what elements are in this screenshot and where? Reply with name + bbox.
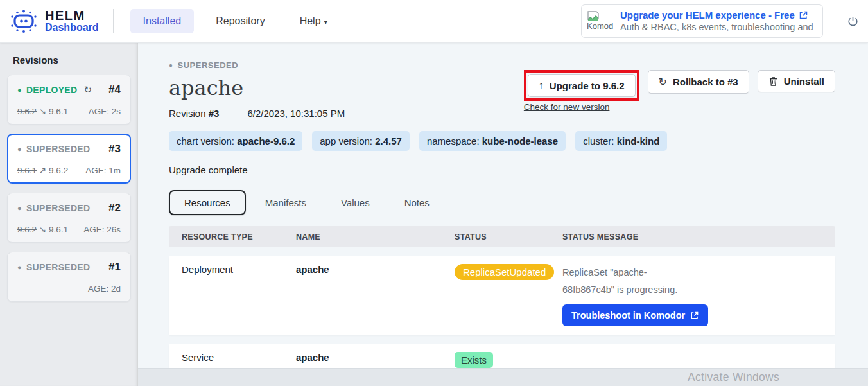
revision-versions: 9.6.1↗ 9.6.2 — [17, 165, 68, 175]
revision-status-label: SUPERSEDED — [26, 144, 90, 154]
resource-message-cell: ReplicaSet "apache-68fb867c4b" is progre… — [550, 264, 835, 326]
revision-meta: Revision #3 6/2/2023, 10:31:05 PM — [169, 108, 345, 119]
upgrade-action-group: ↑Upgrade to 9.6.2 Check for new version — [524, 70, 639, 112]
tab-manifests[interactable]: Manifests — [250, 190, 322, 215]
status-dot-icon: ● — [169, 62, 173, 69]
revision-card-1[interactable]: ●SUPERSEDED #1 AGE: 2d — [7, 252, 131, 302]
chip-label: namespace: — [427, 136, 482, 146]
revisions-title: Revisions — [13, 55, 131, 66]
chip-value: apache-9.6.2 — [237, 136, 295, 146]
revision-age: AGE: 2s — [89, 107, 121, 116]
rollback-button[interactable]: ↻Rollback to #3 — [648, 70, 749, 94]
revision-status: ●SUPERSEDED — [17, 144, 90, 154]
resources-table: RESOURCE TYPE NAME STATUS STATUS MESSAGE… — [169, 226, 835, 377]
trash-icon — [768, 76, 778, 87]
release-title: apache — [169, 76, 345, 100]
komodor-image-alt-text: Komod — [587, 22, 613, 31]
chip-value: kind-kind — [617, 136, 660, 146]
revision-word: Revision — [169, 108, 209, 119]
tab-resources[interactable]: Resources — [169, 190, 246, 215]
chevron-down-icon: ▾ — [324, 18, 328, 26]
revision-status-label: SUPERSEDED — [26, 203, 90, 213]
banner-subtitle: Auth & RBAC, k8s events, troubleshooting… — [620, 21, 816, 33]
annotation-highlight-box: ↑Upgrade to 9.6.2 — [524, 70, 639, 101]
release-status-label: SUPERSEDED — [178, 60, 239, 70]
release-header-left: ●SUPERSEDED apache Revision #3 6/2/2023,… — [169, 60, 345, 119]
nav-tab-help[interactable]: Help▾ — [287, 9, 340, 33]
status-dot-icon: ● — [17, 86, 22, 94]
check-new-version-link[interactable]: Check for new version — [524, 102, 639, 112]
detail-tabs: Resources Manifests Values Notes — [169, 190, 835, 215]
release-detail-panel: ●SUPERSEDED apache Revision #3 6/2/2023,… — [138, 43, 868, 386]
status-dot-icon: ● — [17, 145, 22, 153]
komodor-promo-banner[interactable]: Komod Upgrade your HELM experience - Fre… — [581, 4, 823, 38]
troubleshoot-label: Troubleshoot in Komodor — [571, 310, 685, 320]
revision-number: #2 — [108, 202, 121, 215]
col-header-resource-type: RESOURCE TYPE — [169, 232, 283, 241]
revision-versions: 9.6.2↘ 9.6.1 — [17, 224, 68, 234]
chip-label: cluster: — [583, 136, 617, 146]
upgrade-button[interactable]: ↑Upgrade to 9.6.2 — [528, 74, 636, 97]
revision-card-2[interactable]: ●SUPERSEDED #2 9.6.2↘ 9.6.1 AGE: 26s — [7, 193, 131, 243]
old-version: 9.6.2 — [17, 107, 37, 116]
revision-number: #3 — [209, 108, 220, 119]
helm-dashboard-logo[interactable]: HELM Dashboard — [9, 8, 99, 34]
nav-tab-repository[interactable]: Repository — [203, 9, 277, 33]
helm-logo-icon — [9, 8, 39, 34]
bottom-strip: Activate Windows — [138, 368, 868, 386]
external-link-icon — [799, 10, 808, 20]
version-arrow-icon: ↘ — [39, 225, 46, 234]
resource-type-cell: Service — [169, 352, 283, 363]
uninstall-button-label: Uninstall — [784, 76, 824, 87]
troubleshoot-komodor-button[interactable]: Troubleshoot in Komodor — [562, 304, 708, 326]
banner-text: Upgrade your HELM experience - Free Auth… — [620, 9, 816, 33]
revision-status-label: DEPLOYED — [26, 85, 77, 95]
tab-notes[interactable]: Notes — [389, 190, 445, 215]
release-header: ●SUPERSEDED apache Revision #3 6/2/2023,… — [169, 60, 835, 119]
resource-name-cell: apache — [283, 264, 442, 275]
external-link-icon — [690, 311, 699, 320]
revision-status: ●DEPLOYED↻ — [17, 84, 92, 96]
version-arrow-icon: ↘ — [39, 107, 46, 116]
revision-age: AGE: 1m — [85, 166, 121, 175]
revision-status-label: SUPERSEDED — [26, 262, 90, 272]
power-divider — [835, 8, 835, 34]
chip-value: kube-node-lease — [482, 136, 558, 146]
revision-card-4[interactable]: ●DEPLOYED↻ #4 9.6.2↘ 9.6.1 AGE: 2s — [7, 75, 131, 125]
cluster-chip: cluster: kind-kind — [575, 131, 667, 151]
reload-icon: ↻ — [83, 84, 92, 96]
upgrade-button-label: Upgrade to 9.6.2 — [550, 80, 625, 91]
old-version: 9.6.2 — [17, 225, 37, 234]
status-message-text: ReplicaSet "apache-68fb867c4b" is progre… — [562, 264, 699, 299]
logo-dashboard-label: Dashboard — [45, 22, 99, 33]
revision-status: ●SUPERSEDED — [17, 262, 90, 272]
resource-status-cell: ReplicaSetUpdated — [442, 264, 550, 280]
status-dot-icon: ● — [17, 263, 22, 271]
revision-card-3-selected[interactable]: ●SUPERSEDED #3 9.6.1↗ 9.6.2 AGE: 1m — [7, 134, 131, 184]
rollback-icon: ↻ — [659, 76, 667, 88]
nav-tab-installed[interactable]: Installed — [130, 9, 195, 33]
resource-name-cell: apache — [283, 352, 442, 363]
revision-number: #1 — [108, 261, 121, 274]
chip-value: 2.4.57 — [375, 136, 402, 146]
new-version: 9.6.2 — [49, 166, 68, 175]
revision-age: AGE: 26s — [83, 225, 121, 234]
komodor-broken-image: Komod — [587, 11, 615, 31]
logo-text: HELM Dashboard — [45, 9, 99, 33]
old-version: 9.6.1 — [17, 166, 37, 175]
top-bar: HELM Dashboard Installed Repository Help… — [0, 0, 868, 43]
revisions-sidebar: Revisions ●DEPLOYED↻ #4 9.6.2↘ 9.6.1 AGE… — [0, 43, 138, 386]
resource-status-cell: Exists — [442, 352, 550, 368]
status-badge: ReplicaSetUpdated — [455, 264, 554, 280]
logo-helm-label: HELM — [45, 9, 99, 22]
table-row-deployment: Deployment apache ReplicaSetUpdated Repl… — [169, 256, 835, 335]
revision-status: ●SUPERSEDED — [17, 203, 90, 213]
uninstall-button[interactable]: Uninstall — [758, 70, 835, 92]
banner-title-text: Upgrade your HELM experience - Free — [620, 9, 795, 22]
chip-label: chart version: — [177, 136, 237, 146]
revision-number: #3 — [108, 143, 121, 155]
release-status: ●SUPERSEDED — [169, 60, 345, 70]
tab-values[interactable]: Values — [326, 190, 385, 215]
power-shutdown-button[interactable] — [847, 15, 859, 28]
new-version: 9.6.1 — [49, 107, 68, 116]
